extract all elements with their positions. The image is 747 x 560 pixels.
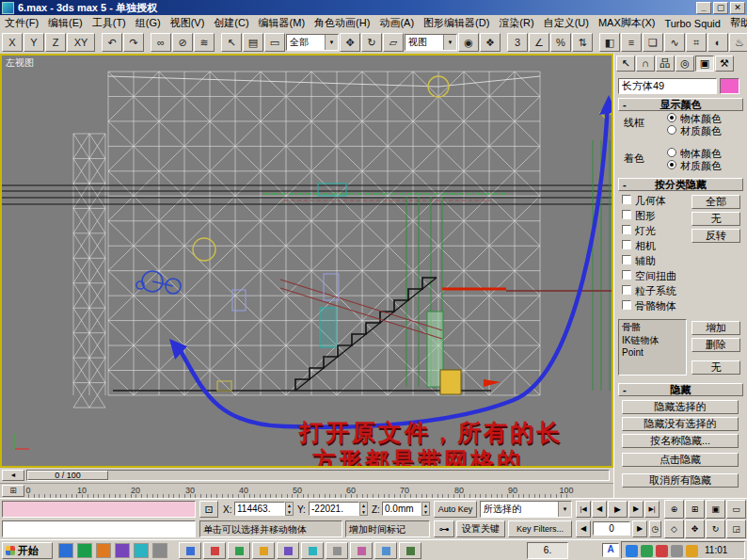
maximize-button[interactable]: ▢ xyxy=(713,2,728,14)
spacewarps-checkbox[interactable] xyxy=(622,270,631,280)
rollout-hide[interactable]: -隐藏 xyxy=(618,383,743,396)
z-spinner[interactable]: ▲▼ xyxy=(421,502,430,516)
axis-z-button[interactable]: Z xyxy=(45,33,66,52)
quick-launch-icon[interactable] xyxy=(115,543,130,558)
zoom-region-icon[interactable]: ▭ xyxy=(726,500,746,519)
go-to-end-icon[interactable]: ▶| xyxy=(644,501,660,518)
region-select-icon[interactable]: ▭ xyxy=(264,33,285,52)
redo-icon[interactable]: ↷ xyxy=(123,33,144,52)
manipulate-icon[interactable]: ❖ xyxy=(480,33,501,52)
task-icon[interactable] xyxy=(399,542,421,559)
tab-display[interactable]: ▣ xyxy=(695,56,714,72)
task-icon[interactable] xyxy=(326,542,348,559)
category-all-button[interactable]: 全部 xyxy=(691,195,740,209)
menu-item-character[interactable]: 角色动画(H) xyxy=(310,15,374,31)
current-frame-field[interactable] xyxy=(593,521,630,536)
chevron-down-icon[interactable]: ▼ xyxy=(325,35,338,50)
x-spinner[interactable]: ▲▼ xyxy=(285,502,294,516)
align-icon[interactable]: ≡ xyxy=(621,33,642,52)
material-editor-icon[interactable]: ◐ xyxy=(707,33,728,52)
list-item[interactable]: 骨骼 xyxy=(619,320,686,333)
unhide-all-button[interactable]: 取消所有隐藏 xyxy=(622,473,739,488)
close-button[interactable]: ✕ xyxy=(730,2,745,14)
unlink-icon[interactable]: ⊘ xyxy=(172,33,193,52)
menu-item-animation[interactable]: 动画(A) xyxy=(374,15,419,31)
axis-xy-button[interactable]: XY xyxy=(67,33,95,52)
angle-snap-icon[interactable]: ∠ xyxy=(529,33,549,52)
x-coordinate-field[interactable] xyxy=(234,502,285,516)
axis-x-button[interactable]: X xyxy=(2,33,23,52)
quick-launch-icon[interactable] xyxy=(77,543,92,558)
lights-checkbox[interactable] xyxy=(622,225,631,234)
tray-icon[interactable] xyxy=(626,545,638,557)
list-remove-button[interactable]: 删除 xyxy=(691,338,740,352)
list-add-button[interactable]: 增加 xyxy=(691,321,740,335)
cameras-checkbox[interactable] xyxy=(622,240,631,249)
track-bar[interactable]: ⊞ 0 10 20 30 40 50 60 70 80 90 100 xyxy=(0,483,613,499)
helpers-checkbox[interactable] xyxy=(622,255,631,264)
quick-launch-icon[interactable] xyxy=(96,543,111,558)
tray-icon[interactable] xyxy=(686,545,698,557)
particles-checkbox[interactable] xyxy=(622,285,631,295)
list-item[interactable]: IK链物体 xyxy=(619,333,686,346)
hide-unselected-button[interactable]: 隐藏没有选择的 xyxy=(622,417,739,431)
tab-hierarchy[interactable]: 品 xyxy=(656,56,675,72)
go-to-start-icon[interactable]: |◀ xyxy=(576,501,591,518)
wireframe-object-color-radio[interactable] xyxy=(667,113,676,122)
rollout-display-color[interactable]: -显示颜色 xyxy=(618,98,743,111)
set-key-mode-button[interactable]: 设置关键 xyxy=(456,520,505,537)
task-icon[interactable] xyxy=(350,542,373,559)
y-coordinate-field[interactable] xyxy=(309,502,359,516)
selection-lock-icon[interactable]: ⊡ xyxy=(199,501,218,518)
menu-item-customize[interactable]: 自定义(U) xyxy=(539,15,594,31)
task-icon[interactable] xyxy=(374,542,397,559)
auto-key-button[interactable]: Auto Key xyxy=(434,501,477,518)
undo-icon[interactable]: ↶ xyxy=(102,33,122,52)
schematic-view-icon[interactable]: ⌗ xyxy=(686,33,707,52)
render-scene-icon[interactable]: ♨ xyxy=(729,33,747,52)
wireframe-material-color-radio[interactable] xyxy=(667,125,676,135)
chevron-down-icon[interactable]: ▼ xyxy=(558,502,571,517)
scale-icon[interactable]: ▱ xyxy=(383,33,404,52)
fov-icon[interactable]: ◇ xyxy=(664,520,684,538)
select-link-icon[interactable]: ∞ xyxy=(151,33,171,52)
quick-launch-icon[interactable] xyxy=(134,543,149,558)
maximize-viewport-icon[interactable]: ◲ xyxy=(726,520,746,538)
task-icon[interactable] xyxy=(228,542,250,559)
category-invert-button[interactable]: 反转 xyxy=(691,229,740,243)
select-by-name-icon[interactable]: ▤ xyxy=(243,33,263,52)
zoom-all-icon[interactable]: ⊞ xyxy=(685,500,705,519)
list-item[interactable]: Point xyxy=(619,346,686,360)
menu-item-file[interactable]: 文件(F) xyxy=(0,15,43,31)
max-task-button[interactable]: 6. xyxy=(527,542,568,559)
object-color-swatch[interactable] xyxy=(720,78,739,94)
viewport-left[interactable]: 左视图 xyxy=(0,54,613,468)
tab-motion[interactable]: ◎ xyxy=(675,56,694,72)
play-icon[interactable]: ▶ xyxy=(608,501,628,518)
next-frame-icon[interactable]: ▶ xyxy=(628,501,644,518)
menu-item-edit[interactable]: 编辑(E) xyxy=(43,15,87,31)
time-slider-left-button[interactable]: ◄ xyxy=(2,470,24,481)
previous-frame-icon[interactable]: ◀ xyxy=(592,501,607,518)
layer-manager-icon[interactable]: ❏ xyxy=(643,33,663,52)
rollout-hide-by-category[interactable]: -按分类隐藏 xyxy=(618,178,743,191)
menu-item-group[interactable]: 组(G) xyxy=(131,15,166,31)
hide-by-hit-button[interactable]: 点击隐藏 xyxy=(622,453,739,467)
spinner-snap-icon[interactable]: ⇅ xyxy=(572,33,593,52)
tray-icon[interactable] xyxy=(641,545,653,557)
quick-launch-icon[interactable] xyxy=(152,543,167,558)
maxscript-mini-listener-pink[interactable] xyxy=(2,501,196,518)
pivot-center-icon[interactable]: ◉ xyxy=(458,33,479,52)
axis-y-button[interactable]: Y xyxy=(24,33,44,52)
select-object-icon[interactable]: ↖ xyxy=(221,33,242,52)
arc-rotate-icon[interactable]: ↻ xyxy=(706,520,725,538)
category-none-button[interactable]: 无 xyxy=(691,212,740,226)
list-none-button[interactable]: 无 xyxy=(691,360,740,375)
task-icon[interactable] xyxy=(252,542,275,559)
y-spinner[interactable]: ▲▼ xyxy=(359,502,368,516)
tab-modify[interactable]: ∩ xyxy=(636,56,655,72)
set-key-icon[interactable]: ⊶ xyxy=(434,520,454,537)
shaded-object-color-radio[interactable] xyxy=(667,148,676,157)
shaded-material-color-radio[interactable] xyxy=(667,160,676,169)
tab-utilities[interactable]: ⚒ xyxy=(715,56,734,72)
